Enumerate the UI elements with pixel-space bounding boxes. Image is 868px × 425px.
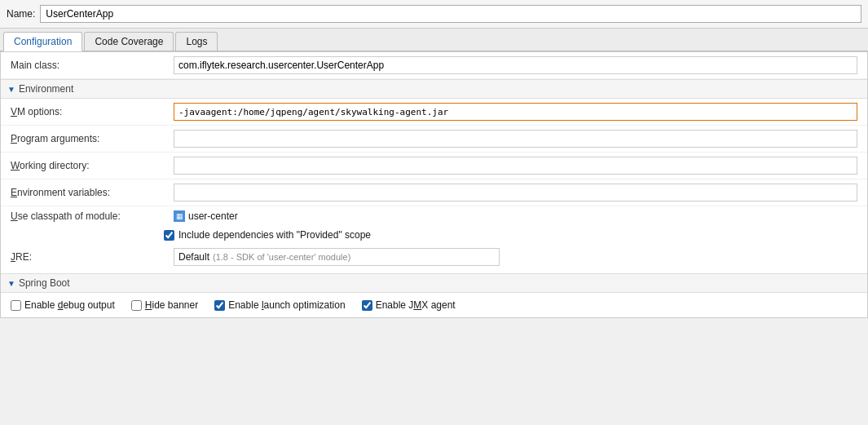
- classpath-label: Use classpath of module:: [11, 210, 174, 222]
- hide-banner-checkbox[interactable]: [131, 300, 142, 311]
- include-deps-label: Include dependencies with "Provided" sco…: [178, 229, 371, 241]
- jre-value: Default: [178, 251, 209, 263]
- spring-boot-options: Enable debug output Hide banner Enable l…: [1, 293, 867, 317]
- tab-bar: Configuration Code Coverage Logs: [0, 29, 868, 51]
- include-deps-checkbox[interactable]: [164, 230, 174, 241]
- classpath-module: user-center: [188, 210, 238, 222]
- name-label: Name:: [7, 8, 35, 20]
- classpath-value: ▦ user-center: [174, 210, 238, 222]
- working-dir-label: Working directory:: [11, 160, 174, 171]
- jre-hint: (1.8 - SDK of 'user-center' module): [213, 252, 350, 262]
- debug-output-label: Enable debug output: [24, 299, 115, 311]
- jmx-agent-checkbox[interactable]: [362, 300, 372, 311]
- env-vars-input[interactable]: [174, 184, 857, 201]
- launch-optimization-checkbox[interactable]: [214, 300, 225, 311]
- environment-title: Environment: [19, 83, 73, 95]
- debug-output-checkbox[interactable]: [11, 300, 21, 311]
- hide-banner-label: Hide banner: [145, 299, 198, 311]
- vm-options-input[interactable]: [174, 103, 857, 121]
- environment-arrow[interactable]: ▼: [7, 85, 15, 94]
- program-args-input[interactable]: [174, 130, 857, 148]
- working-dir-input[interactable]: [174, 157, 857, 175]
- program-args-label: Program arguments:: [11, 133, 174, 144]
- launch-optimization-label: Enable launch optimization: [228, 299, 345, 311]
- jmx-agent-label: Enable JMX agent: [376, 299, 456, 311]
- env-vars-label: Environment variables:: [11, 187, 174, 198]
- vm-options-label: VM options:: [11, 106, 174, 117]
- jre-label: JRE:: [11, 251, 174, 263]
- tab-configuration[interactable]: Configuration: [3, 32, 82, 51]
- tab-code-coverage[interactable]: Code Coverage: [84, 32, 174, 51]
- tab-logs[interactable]: Logs: [175, 32, 218, 51]
- name-input[interactable]: [40, 5, 861, 23]
- spring-boot-title: Spring Boot: [19, 277, 70, 289]
- spring-boot-arrow[interactable]: ▼: [7, 279, 15, 288]
- module-icon: ▦: [174, 210, 185, 222]
- spring-boot-section-header: ▼ Spring Boot: [1, 273, 867, 293]
- environment-section-header: ▼ Environment: [1, 79, 867, 99]
- main-class-label: Main class:: [11, 60, 174, 71]
- main-class-input[interactable]: [174, 56, 857, 74]
